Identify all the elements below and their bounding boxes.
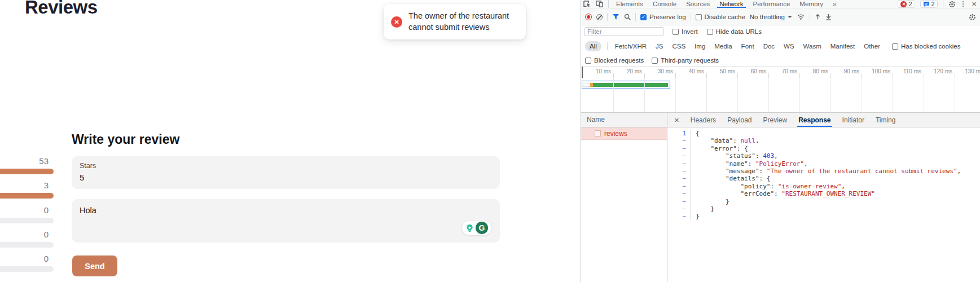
network-conditions-icon[interactable]: [797, 14, 805, 20]
hide-data-urls-checkbox[interactable]: Hide data URLs: [707, 28, 762, 35]
timeline-tick-label: 90 ms: [829, 68, 859, 74]
code-text: {: [691, 130, 700, 137]
third-party-requests-checkbox[interactable]: Third-party requests: [652, 57, 719, 64]
gridline: [768, 78, 769, 113]
line-number[interactable]: 1: [667, 130, 691, 137]
fold-marker-icon[interactable]: −: [667, 198, 691, 205]
close-detail-icon[interactable]: ×: [674, 115, 679, 125]
type-filter-all[interactable]: All: [585, 41, 601, 51]
grammarly-widget[interactable]: G: [462, 220, 492, 236]
fold-marker-icon[interactable]: −: [667, 175, 691, 182]
request-list: reviews: [581, 127, 667, 282]
detail-tab-payload[interactable]: Payload: [727, 113, 752, 127]
chevron-down-icon: [788, 16, 792, 18]
invert-checkbox[interactable]: Invert: [673, 28, 698, 35]
fold-marker-icon[interactable]: −: [667, 213, 691, 220]
inspect-element-icon[interactable]: [583, 1, 591, 7]
rating-distribution: 533000: [0, 156, 54, 280]
search-icon[interactable]: [624, 14, 631, 20]
code-line: − "status": 403,: [667, 152, 980, 160]
detail-tab-timing[interactable]: Timing: [876, 113, 896, 127]
type-filter-other[interactable]: Other: [862, 41, 882, 51]
clear-network-log-icon[interactable]: [596, 14, 603, 20]
blocked-requests-checkbox[interactable]: Blocked requests: [585, 57, 644, 64]
detail-tab-list: HeadersPayloadPreviewResponseInitiatorTi…: [691, 113, 896, 127]
fold-marker-icon[interactable]: −: [667, 168, 691, 175]
filter-row: Invert Hide data URLs: [581, 25, 980, 38]
devtools-tab-console[interactable]: Console: [651, 0, 679, 8]
screen: Reviews ✕ The owner of the restaurant ca…: [0, 0, 980, 282]
network-settings-gear-icon[interactable]: [969, 14, 976, 21]
type-filter-img[interactable]: Img: [693, 41, 707, 51]
gridline: [924, 78, 924, 113]
code-line: − "message": "The owner of the restauran…: [667, 168, 980, 175]
detail-tab-headers[interactable]: Headers: [691, 113, 716, 127]
stars-field[interactable]: Stars 5: [72, 156, 500, 189]
devtools-tab-network[interactable]: Network: [717, 0, 745, 8]
request-row-reviews[interactable]: reviews: [581, 127, 667, 140]
fold-marker-icon[interactable]: −: [667, 160, 691, 168]
detail-tab-preview[interactable]: Preview: [763, 113, 788, 127]
devtools-tab-memory[interactable]: Memory: [797, 0, 825, 8]
type-filter-css[interactable]: CSS: [670, 41, 687, 51]
has-blocked-cookies-checkbox[interactable]: Has blocked cookies: [892, 43, 960, 50]
detail-tab-response[interactable]: Response: [798, 113, 830, 127]
device-toolbar-icon[interactable]: [596, 1, 603, 7]
devtools-tab-performance[interactable]: Performance: [751, 0, 793, 8]
type-filter-font[interactable]: Font: [740, 41, 756, 51]
error-count: 2: [908, 1, 912, 7]
fold-marker-icon[interactable]: −: [667, 205, 691, 213]
timeline-tick-label: 70 ms: [767, 68, 797, 74]
gridline: [613, 78, 614, 113]
filter-input[interactable]: [585, 27, 663, 36]
name-column-header[interactable]: Name: [581, 113, 667, 127]
more-tabs-button[interactable]: »: [830, 0, 838, 8]
preserve-log-checkbox[interactable]: ✓ Preserve log: [640, 14, 686, 20]
network-overview-timeline[interactable]: 10 ms20 ms30 ms40 ms50 ms60 ms70 ms80 ms…: [581, 67, 980, 113]
detail-tab-initiator[interactable]: Initiator: [842, 113, 864, 127]
more-options-icon[interactable]: [961, 1, 966, 7]
type-filter-js[interactable]: JS: [654, 41, 665, 51]
waterfall-wait-segment: [583, 83, 590, 87]
disable-cache-label: Disable cache: [705, 14, 745, 20]
type-filter-wasm[interactable]: Wasm: [802, 41, 823, 51]
review-textarea[interactable]: Hola G: [72, 199, 500, 243]
fold-marker-icon[interactable]: −: [667, 152, 691, 160]
fold-marker-icon[interactable]: −: [667, 183, 691, 190]
type-chip-list: AllFetch/XHRJSCSSImgMediaFontDocWSWasmMa…: [585, 41, 882, 51]
disable-cache-checkbox[interactable]: Disable cache: [696, 14, 745, 20]
request-detail-tabs: × HeadersPayloadPreviewResponseInitiator…: [667, 113, 980, 127]
response-pane[interactable]: 1{− "data": null,− "error": {− "status":…: [667, 127, 980, 282]
settings-gear-icon[interactable]: [948, 1, 956, 8]
record-network-log-icon[interactable]: [585, 14, 592, 20]
type-filter-doc[interactable]: Doc: [762, 41, 776, 51]
request-favicon-icon: [595, 130, 601, 136]
timeline-tick-label: 50 ms: [705, 68, 735, 74]
timeline-tick-label: 100 ms: [860, 68, 890, 74]
console-message-badge[interactable]: 2: [920, 0, 938, 8]
code-text: "error": {: [691, 145, 748, 152]
checkbox-icon: [673, 29, 679, 35]
throttling-select[interactable]: No throttling: [750, 14, 792, 20]
timeline-tick-label: 60 ms: [736, 68, 766, 74]
fold-marker-icon[interactable]: −: [667, 137, 691, 144]
type-filter-ws[interactable]: WS: [782, 41, 796, 51]
type-filter-media[interactable]: Media: [713, 41, 733, 51]
type-filter-fetchxhr[interactable]: Fetch/XHR: [613, 41, 648, 51]
timeline-tick-label: 80 ms: [798, 68, 828, 74]
checkbox-checked-icon: ✓: [640, 14, 647, 20]
import-har-icon[interactable]: [815, 14, 821, 20]
close-devtools-icon[interactable]: ×: [970, 1, 978, 7]
fold-marker-icon[interactable]: −: [667, 190, 691, 197]
send-button[interactable]: Send: [72, 255, 117, 276]
toast-message: The owner of the restaurant cannot submi…: [408, 11, 517, 33]
overview-selection[interactable]: [582, 81, 670, 89]
error-count-badge[interactable]: ✕ 2: [898, 0, 915, 8]
filter-funnel-icon[interactable]: [612, 14, 619, 20]
fold-marker-icon[interactable]: −: [667, 145, 691, 152]
export-har-icon[interactable]: [825, 14, 832, 20]
devtools-tab-sources[interactable]: Sources: [684, 0, 712, 8]
type-filter-manifest[interactable]: Manifest: [829, 41, 856, 51]
devtools-tab-elements[interactable]: Elements: [614, 0, 645, 8]
code-line: − "policy": "is-owner-review",: [667, 183, 980, 190]
